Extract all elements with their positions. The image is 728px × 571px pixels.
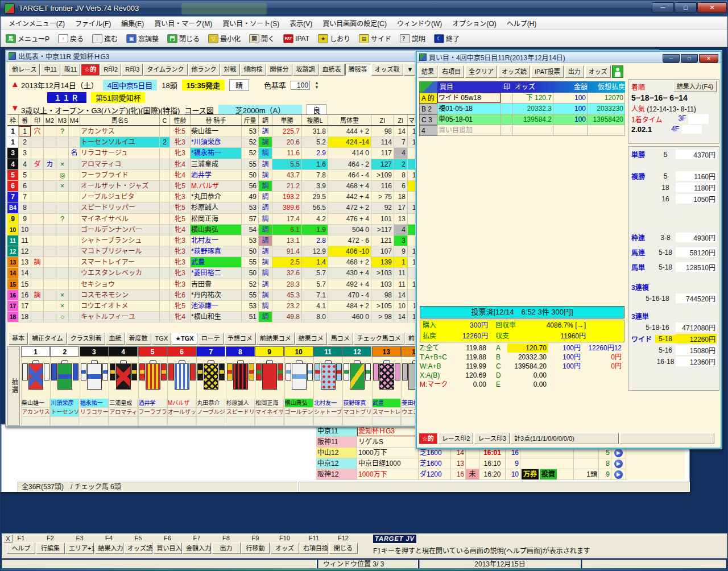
toolbar-button-窓調整[interactable]: ▣窓調整: [123, 32, 163, 45]
race-tab-対戦[interactable]: 対戦: [221, 64, 240, 76]
menu-item[interactable]: オプション(O): [448, 17, 500, 29]
kaime-tool-出力[interactable]: 出力: [565, 65, 584, 78]
view-tab-馬コメ[interactable]: 馬コメ: [328, 333, 353, 345]
color-base-input[interactable]: 100: [291, 81, 310, 90]
fkey-button-F11[interactable]: 右項目換: [300, 543, 328, 554]
view-tab-着度数[interactable]: 着度数: [126, 333, 151, 345]
fkey-button-F2[interactable]: 行編集: [36, 543, 65, 554]
horse-row[interactable]: B48スピードリッパー牝5杉原誠人53調389.656.5472 + 29217…: [7, 202, 423, 213]
fkey-button-F7[interactable]: 金額入力: [183, 543, 211, 554]
bet-row-label[interactable]: C 3: [419, 114, 437, 125]
fkey-button-F4[interactable]: 結果入力: [95, 543, 123, 554]
horse-row[interactable]: 1212マコトブリジャール牝3*荻野琢真50調91.412.9406 -1010…: [7, 246, 423, 257]
view-tab-ローテ[interactable]: ローテ: [198, 333, 224, 345]
horse-row[interactable]: 1818○キャトルフィーユ牝4*横山和生51調49.88.0460 0> 981…: [7, 312, 423, 322]
race-tab-坂路調[interactable]: 坂路調: [293, 64, 318, 76]
toolbar-button-閉じる[interactable]: 門閉じる: [164, 32, 204, 45]
kaime-mode-レース印2[interactable]: レース印2: [439, 433, 474, 444]
play-icon[interactable]: ▶: [614, 449, 623, 457]
bet-row[interactable]: B 2複01-05-1820332.31002033230: [419, 104, 625, 114]
fkey-button-F10[interactable]: オッズ: [271, 543, 299, 554]
bet-row[interactable]: 4買い目追加: [419, 125, 625, 136]
bet-row-label[interactable]: A 的: [419, 93, 437, 104]
horse-row[interactable]: 1313調スマートレイアー牝3武豊55調2.51.4468 + 2139112: [7, 257, 423, 268]
fkey-button-F1[interactable]: ヘルプ: [7, 543, 35, 554]
kaime-close-button[interactable]: ✕: [699, 54, 718, 63]
silk-column[interactable]: 1柴山雄一アカンサス: [21, 346, 50, 426]
kaime-tool-右項目[interactable]: 右項目: [439, 65, 464, 78]
fkey-button-F6[interactable]: 買い目入: [154, 543, 182, 554]
kaime-tool-オッズ[interactable]: オッズ: [585, 65, 611, 78]
view-tab-クラス別着[interactable]: クラス別着: [67, 333, 105, 345]
silk-column[interactable]: 8杉原誠人スピードリッ: [226, 346, 255, 426]
race-tab-勝服等[interactable]: 勝服等: [345, 64, 371, 76]
result-entry-button[interactable]: 結果入力(F4): [673, 81, 717, 92]
view-tab-TGX[interactable]: TGX: [152, 333, 172, 345]
kaime-tool-オッズ読[interactable]: オッズ読: [498, 65, 530, 78]
horse-row[interactable]: 1010ゴールデンナンバー牝4横山典弘54調6.11.9504 0>11743: [7, 225, 423, 235]
fkey-button-F8[interactable]: 出力: [212, 543, 241, 554]
menu-item[interactable]: 表示(V): [285, 17, 317, 29]
menu-item[interactable]: 買い目画面の設定(C): [318, 17, 391, 29]
kaime-tool-全クリア[interactable]: 全クリア: [465, 65, 497, 78]
kaime-tool-結果[interactable]: 結果: [418, 65, 437, 78]
kaime-maximize-button[interactable]: □: [681, 54, 698, 63]
course-map-link[interactable]: コース図: [184, 105, 213, 115]
racelist-row[interactable]: 中京12中京日経1000芝16001316:1098▶: [316, 458, 685, 469]
fkey-button-F3[interactable]: エリア+1: [65, 543, 94, 554]
race-tab-R印3[interactable]: R印3: [122, 64, 143, 76]
menu-item[interactable]: ファイル(F): [71, 17, 115, 29]
view-tab-血統[interactable]: 血統: [106, 333, 125, 345]
silk-column[interactable]: 10横山典弘ゴールデンナ: [284, 346, 313, 426]
silk-column[interactable]: 2川須栄彦トーセンソレ: [50, 346, 79, 426]
bet-row[interactable]: C 3単05-18-01139584.210013958420: [419, 114, 625, 125]
toolbar-button-終了[interactable]: ☾終了: [431, 32, 464, 45]
horse-row[interactable]: 44ダカ×アロマティコ牝4三浦皇成55調5.51.6464 - 212722: [7, 159, 423, 170]
race-tab-▼[interactable]: ▼: [404, 64, 417, 76]
horse-row[interactable]: 99?マイネイサベル牝5松岡正海57調17.44.2476 + 4101136: [7, 214, 423, 225]
race-tab-他レース[interactable]: 他レース: [9, 64, 40, 76]
race-tab-阪11[interactable]: 阪11: [61, 64, 80, 76]
horse-row[interactable]: 1111シャトーブランシュ牝3北村友一53調13.12.8472 - 61213…: [7, 235, 423, 246]
race-tab-タイムランク[interactable]: タイムランク: [143, 64, 187, 76]
next-race-button[interactable]: ▼: [11, 103, 19, 113]
view-tab-結果コメ[interactable]: 結果コメ: [295, 333, 327, 345]
silk-column[interactable]: 6Mバルザオールザット: [167, 346, 196, 426]
horse-row[interactable]: 1717×コウエイオトメ牝5池添謙一53調23.24.1484 + 2>1051…: [7, 301, 423, 312]
race-tab-オッズ取[interactable]: オッズ取: [371, 64, 403, 76]
horse-row[interactable]: 1515セキショウ牝3吉田豊52調28.35.7492 + 41031110: [7, 279, 423, 290]
horse-row[interactable]: 77ノーブルジュピタ牝3*丸田恭介49調193.229.5442 + 4> 75…: [7, 192, 423, 202]
silks-vertical-tab[interactable]: 抽選: [7, 346, 20, 426]
view-tab-チェック馬コメ[interactable]: チェック馬コメ: [354, 333, 404, 345]
ipat-person-icon[interactable]: [612, 65, 623, 78]
race-tab-血統表[interactable]: 血統表: [319, 64, 345, 76]
menu-item[interactable]: メインメニュー(Z): [4, 17, 69, 29]
toolbar-button-戻る[interactable]: ↑戻る: [55, 32, 88, 45]
silk-column[interactable]: 9松岡正海マイネイサベ: [255, 346, 284, 426]
bet-row[interactable]: A 的ワイド 05w18下 120.710012070: [419, 93, 625, 104]
kaime-mode-レース印3[interactable]: レース印3: [474, 433, 510, 444]
race-tab-傾向検[interactable]: 傾向検: [241, 64, 266, 76]
kaime-titlebar[interactable]: 買い目・4回中京5日目11R(2013年12月14日) ─ □ ✕: [417, 52, 721, 63]
kaime-mode-計3点(1/1/1/0/0/0/0/0)[interactable]: 計3点(1/1/1/0/0/0/0/0): [511, 433, 619, 444]
horse-row[interactable]: 55◎フーラブライド牝4酒井学50調43.77.8464 - 4>109817: [7, 170, 423, 181]
app-maximize-button[interactable]: □: [675, 2, 697, 13]
view-tab-★TGX[interactable]: ★TGX: [172, 333, 197, 345]
toolbar-button-説明[interactable]: ？説明: [397, 32, 429, 45]
play-icon[interactable]: ▶: [614, 470, 623, 479]
silk-column[interactable]: 13武豊スマートレ: [372, 346, 401, 426]
toolbar-button-サイド[interactable]: ▤サイド: [356, 32, 395, 45]
horse-row[interactable]: 1616調×コスモネモシン牝6*丹内祐次55調45.37.1470 - 4981…: [7, 290, 423, 301]
race-tab-開催分[interactable]: 開催分: [267, 64, 292, 76]
horse-row[interactable]: 12トーセンソルイユ2牝3*川須栄彦52調20.65.2424 -1411471…: [7, 137, 423, 148]
fkey-button-F12[interactable]: 閉じる: [329, 543, 358, 554]
bet-row-label[interactable]: 4: [419, 125, 437, 136]
race-tab-☆的[interactable]: ☆的: [81, 64, 100, 76]
racelist-row[interactable]: 阪神121000万下ダ120016未16:2010万券投資1頭9▶: [316, 469, 685, 480]
view-tab-予想コメ[interactable]: 予想コメ: [224, 333, 256, 345]
silk-column[interactable]: 12荻野琢真マコトブリジャ: [342, 346, 371, 426]
kaime-minimize-button[interactable]: ─: [663, 54, 680, 63]
toolbar-button-最小化[interactable]: ▽最小化: [205, 32, 245, 45]
color-base-spinner[interactable]: ▲▼: [315, 81, 319, 90]
horse-row[interactable]: 66×オールザット・ジャズ牝5M.バルザ56調21.23.9468 + 4116…: [7, 181, 423, 192]
